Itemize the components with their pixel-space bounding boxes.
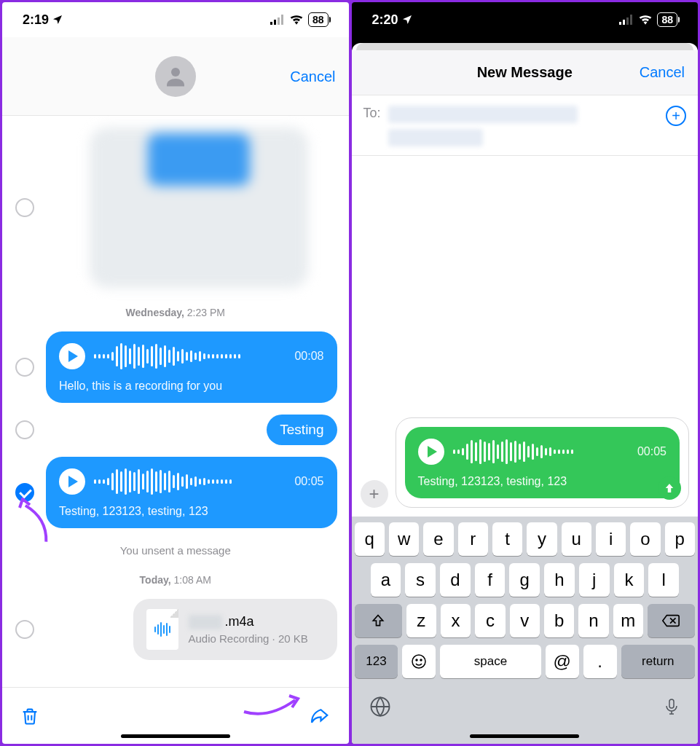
at-key[interactable]: @: [546, 645, 579, 678]
recipients-row[interactable]: To: +: [352, 95, 699, 156]
text-message-bubble[interactable]: Testing: [267, 415, 337, 445]
svg-rect-7: [626, 17, 629, 25]
mic-icon[interactable]: [663, 696, 680, 718]
audio-message-bubble[interactable]: 00:08 Hello, this is a recording for you: [46, 331, 337, 403]
header-title: New Message: [477, 64, 573, 81]
play-button[interactable]: [59, 343, 85, 369]
select-checkbox[interactable]: [15, 358, 34, 377]
message-list[interactable]: Wednesday, 2:23 PM 00:08 Hello, this is …: [2, 116, 349, 687]
conversation-header: Cancel: [2, 37, 349, 116]
dot-key[interactable]: .: [583, 645, 617, 678]
audio-transcript: Testing, 123123, testing, 123: [418, 475, 667, 488]
key-c[interactable]: c: [475, 604, 505, 637]
home-indicator[interactable]: [121, 734, 230, 738]
status-time: 2:20: [372, 12, 398, 28]
send-button[interactable]: [658, 476, 681, 500]
svg-rect-13: [669, 699, 674, 708]
key-v[interactable]: v: [510, 604, 540, 637]
svg-rect-5: [619, 22, 621, 25]
waveform[interactable]: [453, 437, 629, 466]
backspace-key[interactable]: [648, 604, 695, 637]
globe-icon[interactable]: [369, 696, 391, 718]
cancel-button[interactable]: Cancel: [290, 68, 335, 85]
shift-key[interactable]: [355, 604, 402, 637]
key-x[interactable]: x: [441, 604, 471, 637]
select-checkbox[interactable]: [15, 420, 34, 439]
location-icon: [52, 14, 63, 25]
key-q[interactable]: q: [355, 522, 385, 556]
key-y[interactable]: y: [527, 522, 557, 556]
space-key[interactable]: space: [440, 645, 540, 678]
select-checkbox[interactable]: [15, 198, 34, 217]
forward-share-icon[interactable]: [307, 705, 331, 727]
blurred-recipient[interactable]: [388, 106, 578, 123]
play-button[interactable]: [59, 468, 85, 495]
audio-transcript: Testing, 123123, testing, 123: [59, 505, 324, 518]
cancel-button[interactable]: Cancel: [640, 64, 685, 81]
svg-rect-3: [281, 15, 283, 25]
timestamp-label: Today, 1:08 AM: [8, 574, 343, 586]
key-s[interactable]: s: [405, 563, 436, 597]
key-g[interactable]: g: [509, 563, 540, 597]
123-key[interactable]: 123: [355, 645, 398, 678]
status-bar: 2:20 88: [352, 2, 699, 37]
key-l[interactable]: l: [648, 563, 679, 597]
emoji-key[interactable]: [402, 645, 436, 678]
file-attachment-bubble[interactable]: .m4a Audio Recording · 20 KB: [133, 599, 337, 660]
blurred-filename: [189, 615, 222, 629]
contact-avatar[interactable]: [155, 56, 196, 97]
key-u[interactable]: u: [562, 522, 591, 556]
key-o[interactable]: o: [630, 522, 660, 556]
key-w[interactable]: w: [389, 522, 419, 556]
key-b[interactable]: b: [544, 604, 574, 637]
status-time: 2:19: [23, 12, 49, 28]
key-z[interactable]: z: [406, 604, 436, 637]
home-indicator[interactable]: [470, 734, 579, 738]
right-phone: 2:20 88 New Message Cancel To: + +: [352, 2, 699, 744]
add-recipient-button[interactable]: +: [666, 106, 686, 126]
key-a[interactable]: a: [371, 563, 401, 597]
key-k[interactable]: k: [614, 563, 645, 597]
blurred-recipient[interactable]: [388, 129, 483, 146]
battery-indicator: 88: [657, 12, 677, 27]
svg-point-4: [171, 68, 180, 76]
waveform[interactable]: [94, 467, 286, 496]
svg-point-9: [412, 655, 425, 668]
svg-point-11: [420, 659, 422, 661]
audio-message-bubble[interactable]: 00:05 Testing, 123123, testing, 123: [405, 427, 680, 498]
battery-indicator: 88: [308, 12, 329, 27]
keyboard: qwertyuiop asdfghjkl zxcvbnm 123 space @…: [352, 517, 699, 744]
file-extension: .m4a: [225, 614, 254, 629]
wifi-icon: [289, 15, 304, 25]
key-r[interactable]: r: [458, 522, 488, 556]
svg-rect-6: [623, 20, 625, 25]
key-j[interactable]: j: [579, 563, 610, 597]
compose-input[interactable]: 00:05 Testing, 123123, testing, 123: [396, 417, 690, 508]
audio-duration: 00:05: [637, 445, 666, 458]
annotation-arrow-icon: [15, 498, 52, 549]
select-checkbox[interactable]: [15, 620, 34, 639]
return-key[interactable]: return: [621, 645, 695, 678]
svg-rect-2: [278, 17, 280, 25]
key-f[interactable]: f: [475, 563, 506, 597]
blurred-message: [90, 127, 308, 288]
attach-button[interactable]: +: [361, 480, 388, 508]
trash-icon[interactable]: [20, 705, 40, 727]
key-e[interactable]: e: [423, 522, 453, 556]
key-p[interactable]: p: [665, 522, 695, 556]
waveform[interactable]: [94, 342, 286, 371]
audio-file-icon: [146, 609, 178, 650]
annotation-arrow-icon: [240, 686, 305, 722]
key-t[interactable]: t: [492, 522, 522, 556]
play-button[interactable]: [418, 439, 444, 465]
key-i[interactable]: i: [596, 522, 626, 556]
audio-message-bubble[interactable]: 00:05 Testing, 123123, testing, 123: [46, 457, 337, 528]
key-d[interactable]: d: [440, 563, 471, 597]
compose-area: + 00:05 Testing, 123123, testing, 123: [352, 156, 699, 517]
key-n[interactable]: n: [578, 604, 608, 637]
signal-icon: [619, 15, 634, 25]
to-label: To:: [363, 106, 381, 121]
timestamp-label: Wednesday, 2:23 PM: [8, 307, 343, 318]
key-h[interactable]: h: [544, 563, 575, 597]
key-m[interactable]: m: [613, 604, 643, 637]
